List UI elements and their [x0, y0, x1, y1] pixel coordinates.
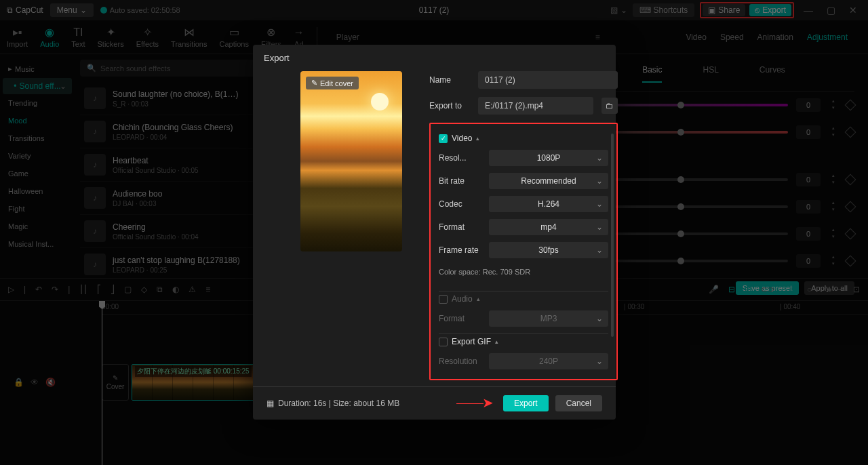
resolution-label: Resol...	[439, 153, 482, 163]
gif-res-select: 240P	[489, 353, 608, 369]
chevron-up-icon: ▴	[477, 296, 480, 302]
codec-select[interactable]: H.264	[489, 196, 608, 212]
checkbox-off-icon[interactable]	[439, 295, 448, 304]
audio-format-select: MP3	[489, 310, 608, 327]
edit-cover-button[interactable]: ✎Edit cover	[306, 77, 359, 89]
checkbox-on-icon[interactable]: ✓	[439, 134, 448, 143]
framerate-label: Frame rate	[439, 245, 482, 255]
gif-section[interactable]: Export GIF ▴	[439, 337, 608, 346]
scrollbar[interactable]	[611, 134, 614, 337]
audio-format-label: Format	[439, 314, 482, 323]
codec-label: Codec	[439, 199, 482, 209]
export-preview: ✎Edit cover	[300, 71, 402, 386]
modal-title: Export	[253, 45, 616, 71]
audio-section[interactable]: Audio ▴	[439, 294, 608, 304]
folder-icon: 🗀	[606, 101, 614, 110]
chevron-up-icon: ▴	[495, 338, 498, 345]
bitrate-label: Bit rate	[439, 176, 482, 186]
modal-export-button[interactable]: Export	[503, 395, 549, 411]
checkbox-off-icon[interactable]	[439, 338, 448, 346]
colorspace-info: Color space: Rec. 709 SDR	[439, 265, 608, 285]
chevron-up-icon: ▴	[476, 135, 479, 142]
pencil-icon: ✎	[311, 79, 317, 87]
arrow-annotation: ➤	[456, 395, 494, 411]
name-label: Name	[429, 75, 470, 85]
export-info: ▦Duration: 16s | Size: about 16 MB	[267, 399, 399, 408]
format-select[interactable]: mp4	[489, 219, 608, 235]
preview-image: ✎Edit cover	[300, 71, 402, 251]
video-section[interactable]: ✓Video ▴	[439, 134, 608, 143]
bitrate-select[interactable]: Recommended	[489, 173, 608, 189]
gif-res-label: Resolution	[439, 357, 482, 366]
framerate-select[interactable]: 30fps	[489, 242, 608, 258]
format-label: Format	[439, 222, 482, 232]
export-settings-highlight: ✓Video ▴ Resol...1080P Bit rateRecommend…	[429, 123, 618, 380]
name-input[interactable]	[478, 71, 618, 89]
export-to-label: Export to	[429, 101, 470, 110]
folder-button[interactable]: 🗀	[601, 98, 618, 114]
modal-cancel-button[interactable]: Cancel	[555, 395, 602, 411]
export-modal: Export ✎Edit cover Name Export to 🗀 ✓Vid…	[253, 45, 616, 420]
film-icon: ▦	[267, 399, 274, 408]
export-to-input[interactable]	[478, 97, 593, 115]
resolution-select[interactable]: 1080P	[489, 150, 608, 166]
